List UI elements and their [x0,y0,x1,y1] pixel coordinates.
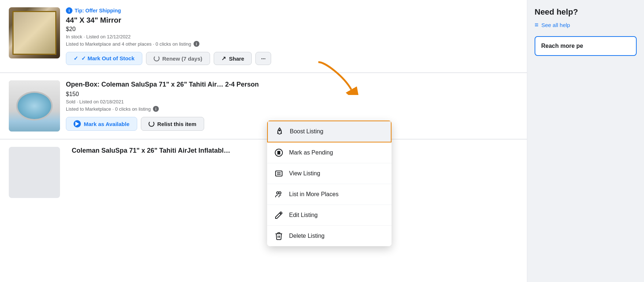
edit-listing-label: Edit Listing [289,212,318,218]
listing-thumbnail-mirror [9,7,60,58]
listing-thumbnail-hottub [9,80,60,132]
svg-marker-1 [75,122,79,126]
list-more-places-label: List in More Places [289,191,338,198]
share-button[interactable]: ↗ Share [214,52,252,65]
mark-as-available-button[interactable]: Mark as Available [66,117,137,131]
mark-pending-label: Mark as Pending [289,149,333,156]
listing-title-mirror: 44" X 34" Mirror [66,16,518,24]
info-icon: i [66,7,72,14]
svg-rect-5 [279,151,280,154]
view-listing-label: View Listing [289,170,320,177]
svg-point-2 [279,130,280,131]
listing-info-mirror: i Tip: Offer Shipping 44" X 34" Mirror $… [66,7,518,65]
listing-item-mirror: i Tip: Offer Shipping 44" X 34" Mirror $… [0,0,527,73]
svg-rect-6 [276,171,282,176]
see-all-help-link[interactable]: ≡ See all help [535,21,637,29]
relist-button[interactable]: Relist this item [141,117,204,131]
right-sidebar: Need help? ≡ See all help Reach more pe [527,0,644,282]
dropdown-item-boost[interactable]: Boost Listing [267,121,392,142]
pencil-icon [274,210,284,220]
checkmark-icon: ✓ [74,55,78,62]
trash-icon [274,231,284,241]
listing-places-mirror: Listed to Marketplace and 4 other places… [66,41,518,47]
listing-status-hottub: Sold · Listed on 02/18/2021 [66,99,518,104]
dropdown-item-delete[interactable]: Delete Listing [267,226,392,246]
reach-more-title: Reach more pe [541,43,630,49]
dropdown-item-more-places[interactable]: List in More Places [267,184,392,205]
share-icon: ↗ [221,55,226,62]
pause-icon [274,148,284,158]
dropdown-item-pending[interactable]: Mark as Pending [267,142,392,163]
listing-title-partial: Coleman SaluSpa 71" x 26" Tahiti AirJet … [72,147,230,155]
more-button[interactable]: ··· [255,52,271,65]
dropdown-item-view[interactable]: View Listing [267,163,392,184]
people-icon [274,189,284,199]
renew-icon [154,56,160,61]
listing-price-mirror: $20 [66,26,518,33]
svg-rect-4 [278,151,278,154]
play-icon [74,120,81,127]
places-info-icon: i [194,41,199,47]
tip-text: Tip: Offer Shipping [75,8,121,14]
list-icon-sidebar: ≡ [535,21,539,29]
listing-status-mirror: In stock · Listed on 12/12/2022 [66,34,518,39]
sidebar-title: Need help? [535,7,637,17]
list-icon [274,168,284,179]
places-info-icon-2: i [153,106,159,112]
dropdown-menu: Boost Listing Mark as Pending [267,121,392,246]
delete-listing-label: Delete Listing [289,233,325,239]
listing-info-partial: Coleman SaluSpa 71" x 26" Tahiti AirJet … [66,147,230,155]
listing-thumbnail-partial [9,147,60,198]
dropdown-item-edit[interactable]: Edit Listing [267,205,392,226]
listing-places-hottub: Listed to Marketplace · 0 clicks on list… [66,106,518,112]
tip-row: i Tip: Offer Shipping [66,7,518,14]
boost-listing-label: Boost Listing [290,128,323,135]
svg-point-10 [279,192,281,194]
reach-more-box: Reach more pe [535,36,637,56]
rocket-icon [274,126,285,137]
hottub-visual [16,91,53,121]
relist-icon [149,121,154,127]
listing-price-hottub: $150 [66,91,518,98]
mark-out-of-stock-button[interactable]: ✓ ✓ Mark Out of Stock [66,52,142,65]
action-buttons-mirror: ✓ ✓ Mark Out of Stock Renew (7 days) ↗ S… [66,52,518,65]
listing-title-hottub: Open-Box: Coleman SaluSpa 71" x 26" Tahi… [66,80,518,89]
listing-item-hottub: Open-Box: Coleman SaluSpa 71" x 26" Tahi… [0,73,527,139]
renew-button[interactable]: Renew (7 days) [146,52,210,65]
listing-item-partial: Coleman SaluSpa 71" x 26" Tahiti AirJet … [0,140,527,205]
